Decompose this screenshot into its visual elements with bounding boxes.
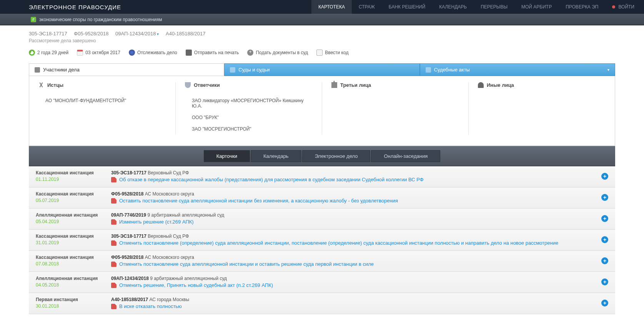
pdf-icon[interactable]: [111, 219, 116, 225]
pdf-icon[interactable]: [111, 262, 116, 267]
login-button[interactable]: ВОЙТИ: [605, 4, 644, 10]
tab-acts[interactable]: Судебные акты: [420, 63, 615, 76]
event-row: Кассационная инстанция05.07.2019Ф05-9528…: [29, 187, 615, 209]
court-icon: [230, 67, 235, 73]
expand-button[interactable]: +: [601, 257, 608, 264]
bc-item-dropdown[interactable]: 09АП-12434/2018: [115, 31, 159, 36]
event-instance: Кассационная инстанция: [36, 234, 111, 239]
upload-icon: [247, 50, 253, 56]
nav-item-arbiter[interactable]: МОЙ АРБИТР: [514, 0, 559, 14]
action-bar: 2 года 29 дней 03 октября 2017 Отслежива…: [29, 47, 615, 60]
bc-item[interactable]: Ф05-9528/2018: [74, 31, 108, 36]
nav-item-strazh[interactable]: СТРАЖ: [352, 0, 382, 14]
subtab-calendar[interactable]: Календарь: [251, 150, 301, 162]
case-status: Рассмотрение дела завершено: [29, 36, 615, 47]
subtab-ecase[interactable]: Электронное дело: [302, 150, 371, 162]
event-link[interactable]: Изменить решение (ст.269 АПК): [119, 219, 194, 225]
expand-button[interactable]: +: [601, 194, 608, 201]
case-type-label: экономические споры по гражданским право…: [39, 17, 162, 22]
event-link[interactable]: Отменить постановление (определение) суд…: [119, 240, 558, 246]
defendants-title: Ответчики: [194, 82, 220, 88]
events-list: Кассационная инстанция01.11.2019305-ЭС18…: [29, 166, 615, 314]
nav-item-breaks[interactable]: ПЕРЕРЫВЫ: [474, 0, 514, 14]
event-date: 05.07.2019: [36, 198, 111, 203]
event-meta: А40-185188/2017 АС города Москвы: [111, 297, 594, 302]
bc-item[interactable]: А40-185188/2017: [166, 31, 205, 36]
plaintiffs-title: Истцы: [47, 82, 63, 88]
date-indicator: 03 октября 2017: [77, 50, 120, 56]
bc-item[interactable]: 305-ЭС18-17717: [29, 31, 67, 36]
event-date: 31.01.2019: [36, 240, 111, 245]
event-row: Первая инстанция30.01.2018А40-185188/201…: [29, 293, 615, 314]
nav-items: КАРТОТЕКА СТРАЖ БАНК РЕШЕНИЙ КАЛЕНДАРЬ П…: [311, 0, 605, 14]
event-meta: Ф05-9528/2018 АС Московского округа: [111, 255, 594, 260]
tab-participants[interactable]: Участники дела: [29, 63, 224, 76]
party-item[interactable]: ЗАО ликвидатору «МОСРЕГИОНСТРОЙ» Кияшкин…: [185, 95, 313, 112]
event-row: Кассационная инстанция01.11.2019305-ЭС18…: [29, 166, 615, 187]
nav-item-bank[interactable]: БАНК РЕШЕНИЙ: [382, 0, 433, 14]
event-date: 05.04.2019: [36, 219, 111, 224]
document-icon: [426, 67, 431, 73]
nav-item-calendar[interactable]: КАЛЕНДАРЬ: [432, 0, 474, 14]
pdf-icon[interactable]: [111, 240, 116, 246]
nav-item-check[interactable]: ПРОВЕРКА ЭП: [559, 0, 605, 14]
pdf-icon[interactable]: [111, 304, 116, 309]
expand-button[interactable]: +: [601, 278, 608, 285]
pdf-icon[interactable]: [111, 198, 116, 204]
building-icon: [331, 82, 337, 88]
expand-button[interactable]: +: [601, 215, 608, 222]
event-instance: Апелляционная инстанция: [36, 276, 111, 281]
event-date: 04.05.2018: [36, 282, 111, 288]
event-link[interactable]: Об отказе в передаче кассационной жалобы…: [119, 177, 424, 182]
party-item[interactable]: АО "МОНОЛИТ-ФУНДАМЕНТСТРОЙ": [38, 95, 166, 106]
track-button[interactable]: Отслеживать дело: [129, 50, 177, 56]
event-link[interactable]: Отменить постановление суда апелляционно…: [119, 261, 374, 267]
event-row: Кассационная инстанция07.08.2018Ф05-9528…: [29, 251, 615, 272]
event-link[interactable]: Оставить постановление суда апелляционно…: [119, 198, 398, 204]
pdf-icon[interactable]: [111, 283, 116, 288]
clock-icon: [29, 50, 35, 56]
expand-button[interactable]: +: [601, 300, 608, 306]
swords-icon: [38, 82, 44, 88]
code-button[interactable]: Ввести код: [316, 50, 348, 56]
parties-panel: Истцы АО "МОНОЛИТ-ФУНДАМЕНТСТРОЙ" Ответч…: [29, 76, 615, 146]
code-icon: [316, 50, 323, 56]
event-meta: 09АП-12434/2018 9 арбитражный апелляцион…: [111, 276, 594, 281]
defendants-column: Ответчики ЗАО ликвидатору «МОСРЕГИОНСТРО…: [176, 82, 322, 135]
event-row: Кассационная инстанция31.01.2019305-ЭС18…: [29, 230, 615, 251]
event-instance: Кассационная инстанция: [36, 170, 111, 176]
nav-item-kartoteka[interactable]: КАРТОТЕКА: [311, 0, 352, 14]
event-instance: Кассационная инстанция: [36, 255, 111, 260]
people-icon: [35, 67, 40, 73]
expand-button[interactable]: +: [601, 236, 608, 243]
submit-button[interactable]: Подать документы в суд: [247, 50, 308, 56]
pdf-icon[interactable]: [111, 177, 116, 182]
event-instance: Апелляционная инстанция: [36, 212, 111, 218]
event-instance: Первая инстанция: [36, 297, 111, 302]
calendar-icon: [77, 50, 83, 56]
other-column: Иные лица: [469, 82, 615, 135]
main-tabs: Участники дела Суды и судьи Судебные акт…: [29, 63, 615, 76]
shield-icon: [129, 50, 135, 56]
event-date: 01.11.2019: [36, 177, 111, 182]
case-type-icon: Г: [31, 17, 36, 22]
other-title: Иные лица: [487, 82, 514, 88]
event-meta: Ф05-9528/2018 АС Московского округа: [111, 191, 594, 197]
subtab-cards[interactable]: Карточки: [204, 150, 250, 162]
brand: ЭЛЕКТРОННОЕ ПРАВОСУДИЕ: [29, 4, 121, 10]
tab-courts[interactable]: Суды и судьи: [224, 63, 419, 76]
party-item[interactable]: ЗАО "МОСРЕГИОНСТРОЙ": [185, 123, 313, 135]
event-link[interactable]: В иске отказать полностью: [119, 303, 182, 309]
event-meta: 305-ЭС18-17717 Верховный Суд РФ: [111, 234, 594, 239]
party-item[interactable]: ООО "БРУК": [185, 112, 313, 123]
event-row: Апелляционная инстанция05.04.201909АП-77…: [29, 209, 615, 230]
expand-button[interactable]: +: [601, 173, 608, 180]
shield-icon: [185, 82, 191, 88]
event-link[interactable]: Отменить решение, Принять новый судебный…: [119, 282, 273, 288]
third-column: Третьи лица: [322, 82, 469, 135]
print-button[interactable]: Отправить на печать: [186, 50, 239, 56]
subtab-online[interactable]: Онлайн-заседания: [371, 150, 440, 162]
third-title: Третьи лица: [340, 82, 371, 88]
event-meta: 305-ЭС18-17717 Верховный Суд РФ: [111, 170, 594, 176]
subbar: Г экономические споры по гражданским пра…: [0, 14, 644, 25]
